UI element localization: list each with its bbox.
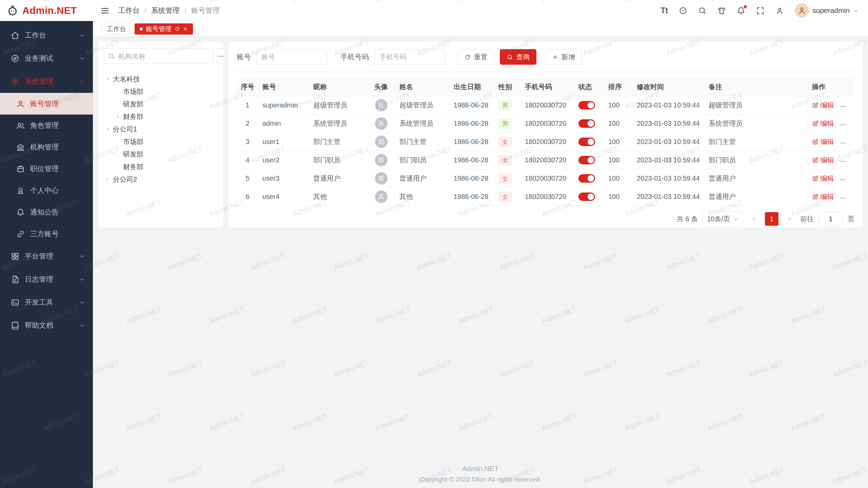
cell-status [574,96,604,115]
reset-button[interactable]: 重置 [458,49,494,65]
edit-button[interactable]: 编辑 [812,192,834,201]
profile-settings-button[interactable] [775,6,784,15]
tab-workbench[interactable]: 工作台 [102,23,131,35]
cell-avatar: 系 [367,115,395,133]
page-size-select[interactable]: 10条/页 [703,211,743,226]
tree-node[interactable]: 财务部 [104,161,218,173]
sidebar-item-personal-center[interactable]: 个人中心 [0,180,93,201]
org-search-input[interactable] [118,52,209,61]
cell-avatar: 超 [367,96,395,115]
sidebar-item-account-management[interactable]: 账号管理 [0,93,93,115]
prev-page-button[interactable] [748,212,760,225]
status-toggle[interactable] [578,138,595,146]
cell-gender: 女 [494,151,521,169]
status-toggle[interactable] [578,119,595,128]
row-more-button[interactable] [840,121,846,128]
edit-icon [812,139,818,145]
status-toggle[interactable] [578,192,595,201]
tab-account-management[interactable]: 账号管理 [135,23,193,35]
breadcrumb: 工作台/系统管理/账号管理 [118,6,220,15]
breadcrumb-item[interactable]: 账号管理 [191,6,220,15]
add-button[interactable]: 新增 [545,49,582,65]
cell-account: user1 [258,133,309,151]
font-size-button[interactable]: Tt [661,6,668,15]
row-more-button[interactable] [840,176,846,183]
next-page-button[interactable] [783,212,795,225]
user-menu[interactable]: superadmin [795,3,859,18]
edit-icon [812,175,818,182]
org-search-row [104,48,218,64]
goto-page-input[interactable] [818,212,843,226]
edit-button[interactable]: 编辑 [812,119,834,128]
sidebar-item-dev-tools[interactable]: 开发工具 [0,291,93,314]
row-more-button[interactable] [840,158,846,165]
status-toggle[interactable] [578,101,595,109]
tree-node[interactable]: 市场部 [104,136,218,148]
tree-node[interactable]: 分公司2 [104,173,218,186]
tree-node[interactable]: 大名科技 [104,73,218,85]
circledot-icon [679,6,687,15]
tab-refresh-button[interactable] [175,26,180,32]
cell-name: 普通用户 [395,169,450,188]
sidebar-item-position-management[interactable]: 职位管理 [0,158,93,180]
sidebar-item-label: 帮助文档 [25,321,79,330]
row-more-button[interactable] [840,195,846,201]
table-row: 2 admin 系统管理员 系 系统管理员 1986-06-28 男 18020… [237,115,854,133]
sidebar-item-role-management[interactable]: 角色管理 [0,115,93,136]
theme-button[interactable] [717,6,726,15]
org-more-button[interactable] [217,48,225,64]
breadcrumb-item[interactable]: 工作台 [118,6,140,15]
cell-remark: 部门职员 [705,151,808,169]
tree-node[interactable]: 分公司1 [104,123,218,136]
edit-button[interactable]: 编辑 [812,174,834,183]
current-page-button[interactable]: 1 [765,212,778,226]
row-more-button[interactable] [840,140,846,146]
tab-close-button[interactable] [183,26,188,32]
column-header: 备注 [705,78,808,96]
row-more-button[interactable] [840,103,846,110]
cell-avatar: 其 [367,188,395,206]
edit-button[interactable]: 编辑 [812,137,834,146]
edit-button[interactable]: 编辑 [812,156,834,165]
phone-filter-input[interactable] [374,49,445,65]
column-header: 状态 [574,78,604,96]
app-logo[interactable]: Admin.NET [0,0,93,21]
locale-button[interactable] [679,6,687,15]
edit-button[interactable]: 编辑 [812,101,834,110]
user-avatar [795,3,809,18]
sidebar-item-help-docs[interactable]: 帮助文档 [0,314,93,337]
tree-node[interactable]: 研发部 [104,148,218,161]
sidebar-item-platform-management[interactable]: 平台管理 [0,245,93,268]
query-button[interactable]: 查询 [500,49,536,65]
sidebar-item-workbench[interactable]: 工作台 [0,24,93,47]
tree-node-label: 分公司2 [113,175,137,184]
edit-label: 编辑 [821,174,834,183]
account-filter-input[interactable] [256,49,327,65]
sidebar-item-business-test[interactable]: 业务测试 [0,47,93,70]
tree-node[interactable]: 财务部 [104,110,218,123]
tree-node[interactable]: 市场部 [104,85,218,98]
cell-modified-time: 2023-01-03 10:59:44 [633,151,705,169]
column-header: 姓名 [395,78,450,96]
breadcrumb-separator: / [144,6,146,15]
notifications-button[interactable] [737,6,745,15]
cell-actions: 编辑 [808,151,854,169]
sidebar-item-org-management[interactable]: 机构管理 [0,136,93,158]
sidebar-item-third-party-account[interactable]: 三方账号 [0,223,93,245]
query-label: 查询 [516,53,530,62]
cell-name: 部门职员 [395,151,450,169]
sidebar-item-log-management[interactable]: 日志管理 [0,268,93,291]
cell-order: 100 [604,115,633,133]
header-search-button[interactable] [698,6,707,15]
status-toggle[interactable] [578,156,595,164]
sidebar-item-notice-announcement[interactable]: 通知公告 [0,201,93,223]
status-toggle[interactable] [578,174,595,183]
tab-label: 工作台 [107,25,126,34]
collapse-menu-button[interactable] [100,6,110,15]
fullscreen-button[interactable] [756,6,765,15]
breadcrumb-item[interactable]: 系统管理 [151,6,180,15]
cell-modified-time: 2023-01-03 10:59:44 [633,115,705,133]
total-count: 共 6 条 [677,215,698,224]
tree-node[interactable]: 研发部 [104,98,218,110]
sidebar-item-system-management[interactable]: 系统管理 [0,70,93,93]
